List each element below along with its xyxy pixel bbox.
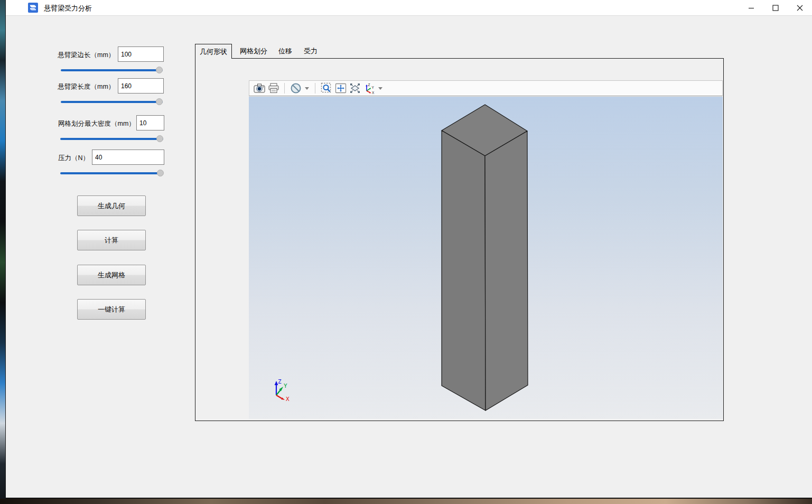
mesh-density-label: 网格划分最大密度（mm） [58,119,135,128]
slider-track[interactable] [61,101,163,103]
slider-thumb[interactable] [156,98,163,105]
generate-geometry-button[interactable]: 生成几何 [77,195,146,216]
pressure-slider[interactable] [60,170,163,177]
app-icon [28,3,38,13]
beam-right-face [485,131,528,410]
beam-length-label: 悬臂梁长度（mm） [58,82,115,91]
axes-icon-x-label: X [372,91,375,95]
window-title: 悬臂梁受力分析 [44,4,92,13]
side-length-label: 悬臂梁边长（mm） [58,51,115,60]
rotate-3d-icon[interactable] [348,81,362,95]
x-axis-label: X [286,396,290,403]
beam-length-input[interactable] [118,78,164,94]
y-axis-label: Y [284,382,287,389]
axes-icon-y-label: Y [371,86,374,89]
beam-left-face [442,130,486,410]
close-icon[interactable] [788,0,812,16]
screen: 悬臂梁受力分析 悬臂梁边长（mm） 悬臂梁长度（mm） [0,0,812,504]
z-axis-label: Z [278,378,282,385]
beam-model [442,105,528,410]
pan-icon[interactable] [333,81,348,95]
desktop-edge-bottom [0,499,812,504]
window-controls [739,0,812,16]
toolbar-separator [284,83,285,94]
slider-thumb[interactable] [157,170,164,176]
compute-button[interactable]: 计算 [77,230,146,250]
minimize-icon[interactable] [739,0,763,16]
render-off-icon[interactable] [288,81,303,95]
desktop-edge-left [0,0,5,504]
tab-force[interactable]: 受力 [300,44,322,59]
toolbar-separator [315,83,315,94]
slider-thumb[interactable] [156,135,163,142]
mesh-density-slider[interactable] [60,135,163,143]
tab-geometry[interactable]: 几何形状 [195,44,232,59]
orientation-axes: Z Y X [275,378,290,403]
one-click-compute-button[interactable]: 一键计算 [77,299,146,320]
slider-track[interactable] [60,138,163,140]
viewport-3d[interactable]: Z Y X [249,97,723,419]
slider-thumb[interactable] [156,67,163,73]
generate-mesh-button[interactable]: 生成网格 [77,265,146,285]
printer-icon[interactable] [266,81,281,95]
camera-icon[interactable] [252,81,266,95]
app-window: 悬臂梁受力分析 悬臂梁边长（mm） 悬臂梁长度（mm） [5,0,812,499]
zoom-region-icon[interactable] [319,81,333,95]
side-length-slider[interactable] [61,67,163,74]
axes-orientation-icon[interactable]: Z Y X [362,81,376,95]
tab-displacement[interactable]: 位移 [274,44,296,59]
slider-track[interactable] [61,69,163,71]
tab-mesh[interactable]: 网格划分 [236,44,271,59]
slider-track[interactable] [60,172,163,174]
pressure-label: 压力（N） [58,154,89,163]
dropdown-arrow-icon[interactable] [305,87,309,90]
mesh-density-input[interactable] [136,115,164,130]
pressure-input[interactable] [92,150,164,165]
maximize-icon[interactable] [763,0,788,16]
title-bar: 悬臂梁受力分析 [6,0,812,16]
beam-scene: Z Y X [249,97,723,419]
side-length-input[interactable] [118,46,164,62]
axes-icon-z-label: Z [368,83,370,87]
dropdown-arrow-icon[interactable] [378,87,382,90]
viewport-toolbar: Z Y X [249,80,723,96]
beam-length-slider[interactable] [61,98,163,106]
